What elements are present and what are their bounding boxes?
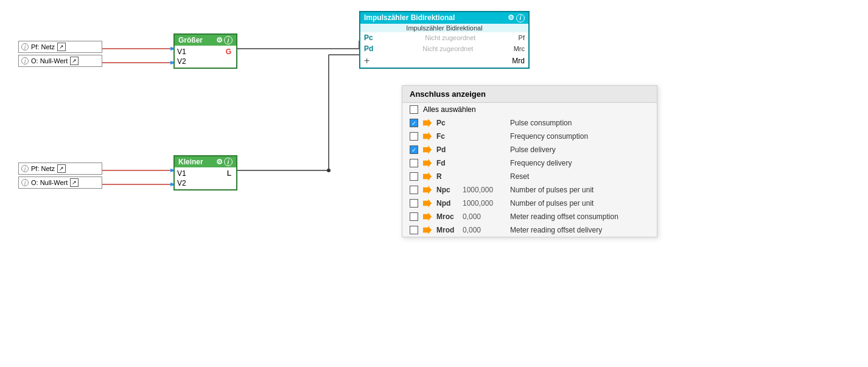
pc-port-name: Pc bbox=[364, 33, 382, 42]
info-icon[interactable]: i bbox=[516, 14, 525, 23]
kleiner-l-label: L bbox=[227, 169, 231, 178]
export-icon[interactable]: ↗ bbox=[57, 164, 66, 173]
mroc-value: 0,000 bbox=[463, 212, 505, 221]
npd-checkbox[interactable] bbox=[410, 199, 418, 208]
groesser-title: Größer bbox=[178, 36, 203, 44]
groesser-node: Größer ⚙ i V1 G V2 bbox=[173, 33, 237, 69]
kleiner-row-v2: V2 bbox=[177, 178, 234, 188]
pd-arrow-icon bbox=[423, 145, 432, 154]
dropdown-item-pd[interactable]: Pd Pulse delivery bbox=[402, 143, 657, 156]
dropdown-panel: Anschluss anzeigen Alles auswählen Pc Pu… bbox=[402, 85, 657, 237]
kleiner-v1-label: V1 bbox=[177, 169, 186, 178]
pc-checkbox[interactable] bbox=[410, 119, 418, 127]
select-all-item[interactable]: Alles auswählen bbox=[402, 103, 657, 116]
kleiner-node: Kleiner ⚙ i V1 L V2 bbox=[173, 155, 237, 190]
r-code: R bbox=[436, 172, 458, 181]
npc-arrow-icon bbox=[423, 186, 432, 194]
npc-description: Number of pulses per unit bbox=[510, 186, 649, 194]
gear-icon[interactable]: ⚙ bbox=[216, 36, 223, 44]
kleiner-title: Kleiner bbox=[178, 158, 203, 166]
pd-port-value: Nicht zugeordnet bbox=[382, 45, 514, 52]
export-icon[interactable]: ↗ bbox=[70, 57, 79, 65]
svg-point-16 bbox=[327, 169, 331, 172]
info-icon[interactable]: i bbox=[224, 36, 233, 44]
dropdown-item-pc[interactable]: Pc Pulse consumption bbox=[402, 116, 657, 130]
input-null-wert-kleiner[interactable]: i O: Null-Wert ↗ bbox=[18, 177, 102, 189]
mroc-checkbox[interactable] bbox=[410, 212, 418, 221]
input-label: O: Null-Wert bbox=[31, 57, 68, 65]
impulse-subheader-label: Impulszähler Bidirektional bbox=[406, 24, 482, 32]
r-arrow-icon bbox=[423, 172, 432, 181]
r-description: Reset bbox=[510, 172, 649, 181]
groesser-icons: ⚙ i bbox=[216, 36, 233, 44]
fd-description: Frequency delivery bbox=[510, 159, 649, 167]
kleiner-header: Kleiner ⚙ i bbox=[175, 156, 236, 167]
mrod-checkbox[interactable] bbox=[410, 226, 418, 234]
dropdown-item-npd[interactable]: Npd 1000,000 Number of pulses per unit bbox=[402, 197, 657, 210]
npd-value: 1000,000 bbox=[463, 199, 505, 208]
groesser-body: V1 G V2 bbox=[175, 46, 236, 68]
fd-arrow-icon bbox=[423, 159, 432, 167]
mrod-arrow-icon bbox=[423, 226, 432, 234]
input-null-wert-groesser[interactable]: i O: Null-Wert ↗ bbox=[18, 55, 102, 67]
gear-icon[interactable]: ⚙ bbox=[508, 13, 514, 22]
dropdown-item-fd[interactable]: Fd Frequency delivery bbox=[402, 156, 657, 170]
fd-code: Fd bbox=[436, 159, 458, 167]
npd-code: Npd bbox=[436, 199, 458, 208]
pc-port-right: Pf bbox=[519, 34, 525, 41]
dropdown-item-mrod[interactable]: Mrod 0,000 Meter reading offset delivery bbox=[402, 223, 657, 237]
impulse-title: Impulszähler Bidirektional bbox=[364, 13, 455, 22]
input-pf-netz-kleiner[interactable]: i Pf: Netz ↗ bbox=[18, 163, 102, 175]
canvas: i Pf: Netz ↗ i O: Null-Wert ↗ i Pf: Netz… bbox=[0, 0, 868, 367]
impulse-row-pc: Pc Nicht zugeordnet Pf bbox=[360, 32, 528, 43]
groesser-row-v1: V1 G bbox=[177, 47, 234, 57]
mrod-code: Mrod bbox=[436, 226, 458, 234]
impulse-body: Pc Nicht zugeordnet Pf Pd Nicht zugeordn… bbox=[360, 32, 528, 68]
fc-arrow-icon bbox=[423, 132, 432, 141]
pd-checkbox[interactable] bbox=[410, 145, 418, 154]
npc-code: Npc bbox=[436, 186, 458, 194]
input-label: Pf: Netz bbox=[31, 165, 55, 172]
fd-checkbox[interactable] bbox=[410, 159, 418, 167]
mroc-arrow-icon bbox=[423, 212, 432, 221]
plus-icon[interactable]: + bbox=[364, 55, 369, 66]
input-label: Pf: Netz bbox=[31, 43, 55, 51]
dropdown-item-fc[interactable]: Fc Frequency consumption bbox=[402, 130, 657, 143]
dropdown-item-mroc[interactable]: Mroc 0,000 Meter reading offset consumpt… bbox=[402, 210, 657, 223]
impulse-subheader: Impulszähler Bidirektional bbox=[360, 24, 528, 32]
fc-description: Frequency consumption bbox=[510, 132, 649, 141]
groesser-g-label: G bbox=[226, 47, 231, 56]
info-icon: i bbox=[21, 43, 29, 51]
info-icon[interactable]: i bbox=[224, 158, 233, 166]
kleiner-row-v1: V1 L bbox=[177, 169, 234, 178]
export-icon[interactable]: ↗ bbox=[57, 43, 66, 51]
mroc-description: Meter reading offset consumption bbox=[510, 212, 649, 221]
info-icon: i bbox=[21, 57, 29, 65]
info-icon: i bbox=[21, 179, 29, 186]
impulse-row-pd: Pd Nicht zugeordnet Mrc bbox=[360, 43, 528, 54]
info-icon: i bbox=[21, 165, 29, 172]
select-all-checkbox[interactable] bbox=[410, 105, 418, 114]
pd-description: Pulse delivery bbox=[510, 145, 649, 154]
npc-value: 1000,000 bbox=[463, 186, 505, 194]
export-icon[interactable]: ↗ bbox=[70, 178, 79, 187]
fc-code: Fc bbox=[436, 132, 458, 141]
pd-port-name: Pd bbox=[364, 44, 382, 53]
kleiner-body: V1 L V2 bbox=[175, 167, 236, 189]
impulse-row-plus[interactable]: + Mrd bbox=[360, 54, 528, 68]
pd-port-right: Mrc bbox=[514, 45, 525, 52]
r-checkbox[interactable] bbox=[410, 172, 418, 181]
kleiner-v2-label: V2 bbox=[177, 179, 186, 187]
groesser-header: Größer ⚙ i bbox=[175, 35, 236, 46]
select-all-label: Alles auswählen bbox=[423, 105, 476, 114]
input-label: O: Null-Wert bbox=[31, 179, 68, 186]
dropdown-item-r[interactable]: R Reset bbox=[402, 170, 657, 183]
pc-arrow-icon bbox=[423, 119, 432, 127]
dropdown-item-npc[interactable]: Npc 1000,000 Number of pulses per unit bbox=[402, 183, 657, 197]
fc-checkbox[interactable] bbox=[410, 132, 418, 141]
npd-arrow-icon bbox=[423, 199, 432, 208]
npc-checkbox[interactable] bbox=[410, 186, 418, 194]
impulse-header: Impulszähler Bidirektional ⚙ i bbox=[360, 12, 528, 24]
gear-icon[interactable]: ⚙ bbox=[216, 158, 223, 166]
input-pf-netz-groesser[interactable]: i Pf: Netz ↗ bbox=[18, 41, 102, 53]
